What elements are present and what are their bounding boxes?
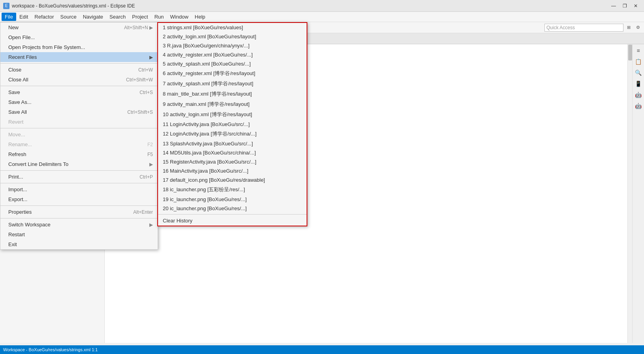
menu-run[interactable]: Run — [151, 13, 167, 21]
menu-close[interactable]: Close Ctrl+W — [0, 65, 158, 75]
menu-save[interactable]: Save Ctrl+S — [0, 87, 158, 97]
recent-file-8[interactable]: 8 main_title_bar.xml [博学谷/res/layout] — [158, 89, 307, 99]
menu-rename-shortcut: F2 — [147, 142, 153, 147]
recent-file-16[interactable]: 16 MainActivity.java [BoXueGu/src/...] — [158, 166, 307, 175]
menu-close-label: Close — [8, 67, 21, 73]
recent-file-12[interactable]: 12 LoginActivity.java [博学谷/src/china/...… — [158, 129, 307, 139]
menu-export[interactable]: Export... — [0, 194, 158, 204]
menu-refactor[interactable]: Refactor — [31, 13, 57, 21]
minimize-button[interactable]: — — [608, 2, 619, 10]
menu-restart[interactable]: Restart — [0, 230, 158, 239]
recent-file-5[interactable]: 5 activity_splash.xml [BoXueGu/res/...] — [158, 59, 307, 68]
menu-edit[interactable]: Edit — [16, 13, 31, 21]
recent-file-2[interactable]: 2 activity_login.xml [BoXueGu/res/layout… — [158, 32, 307, 41]
menu-close-all[interactable]: Close All Ctrl+Shift+W — [0, 75, 158, 85]
menu-restart-label: Restart — [8, 232, 25, 237]
menu-open-projects-label: Open Projects from File System... — [8, 44, 85, 50]
menu-print[interactable]: Print... Ctrl+P — [0, 172, 158, 182]
menu-sep-2 — [0, 86, 158, 86]
menu-help[interactable]: Help — [192, 13, 209, 21]
right-panel-btn-1[interactable]: ≡ — [634, 46, 643, 55]
recent-file-15[interactable]: 15 RegisterActivity.java [BoXueGu/src/..… — [158, 157, 307, 166]
menu-save-all-label: Save All — [8, 109, 27, 115]
menu-exit-label: Exit — [8, 241, 17, 247]
menu-print-shortcut: Ctrl+P — [139, 174, 153, 180]
menu-export-label: Export... — [8, 196, 27, 202]
menu-rename: Rename... F2 — [0, 139, 158, 149]
status-bar: Workspace - BoXueGu/res/values/strings.x… — [0, 345, 644, 354]
clear-history-button[interactable]: Clear History — [158, 216, 307, 226]
recent-file-4[interactable]: 4 activity_register.xml [BoXueGu/res/...… — [158, 50, 307, 59]
menu-save-as-label: Save As... — [8, 99, 32, 105]
recent-file-11[interactable]: 11 LoginActivity.java [BoXueGu/src/...] — [158, 120, 307, 129]
recent-file-3[interactable]: 3 R.java [BoXueGu/gen/china/ynyx/...] — [158, 41, 307, 50]
menu-convert-line[interactable]: Convert Line Delimiters To ▶ — [0, 159, 158, 169]
menu-properties-label: Properties — [8, 209, 32, 215]
menu-refresh[interactable]: Refresh F5 — [0, 149, 158, 159]
menu-sep-7 — [0, 218, 158, 218]
menu-revert-label: Revert — [8, 119, 23, 125]
menu-save-as[interactable]: Save As... — [0, 97, 158, 107]
recent-file-13[interactable]: 13 SplashActivity.java [BoXueGu/src/...] — [158, 139, 307, 148]
menu-sep-6 — [0, 205, 158, 206]
right-panel-btn-5[interactable]: 🤖 — [634, 90, 643, 100]
recent-file-7[interactable]: 7 activity_splash.xml [博学谷/res/layout] — [158, 79, 307, 89]
recent-files-separator — [158, 214, 307, 215]
recent-file-6[interactable]: 6 activity_register.xml [博学谷/res/layout] — [158, 68, 307, 79]
menu-properties[interactable]: Properties Alt+Enter — [0, 207, 158, 217]
menu-open-file[interactable]: Open File... — [0, 32, 158, 42]
right-sidebar: ≡ 📋 🔍 📱 🤖 🤖 — [632, 44, 644, 343]
menu-file[interactable]: File — [2, 13, 16, 21]
menu-navigate[interactable]: Navigate — [80, 13, 106, 21]
quick-access-input[interactable]: Quick Access — [544, 24, 623, 32]
menu-save-shortcut: Ctrl+S — [139, 90, 153, 95]
menu-switch-workspace[interactable]: Switch Workspace ▶ — [0, 220, 158, 230]
menu-new-label: New — [8, 24, 19, 30]
window-controls: — ❐ ✕ — [608, 2, 641, 10]
menu-properties-shortcut: Alt+Enter — [133, 209, 153, 215]
menu-exit[interactable]: Exit — [0, 239, 158, 249]
right-panel-btn-6[interactable]: 🤖 — [634, 101, 643, 111]
menu-search[interactable]: Search — [106, 13, 129, 21]
recent-file-14[interactable]: 14 MD5Utils.java [BoXueGu/src/china/...] — [158, 148, 307, 157]
right-panel-btn-4[interactable]: 📱 — [634, 79, 643, 88]
toolbar-settings-btn[interactable]: ⚙ — [634, 23, 642, 32]
menu-print-label: Print... — [8, 174, 23, 180]
recent-file-1[interactable]: 1 strings.xml [BoXueGu/res/values] — [158, 23, 307, 32]
editor-scrollbar[interactable] — [627, 44, 632, 343]
right-panel-btn-2[interactable]: 📋 — [634, 57, 643, 66]
menu-recent-files[interactable]: Recent Files ▶ — [0, 52, 158, 62]
menu-convert-line-label: Convert Line Delimiters To — [8, 161, 68, 167]
menu-new-shortcut: Alt+Shift+N ▶ — [124, 25, 153, 30]
menu-import[interactable]: Import... — [0, 185, 158, 194]
restore-button[interactable]: ❐ — [620, 2, 630, 10]
menu-bar: File Edit Refactor Source Navigate Searc… — [0, 12, 644, 22]
menu-revert: Revert — [0, 117, 158, 127]
menu-save-label: Save — [8, 89, 20, 95]
recent-file-19[interactable]: 19 ic_launcher.png [BoXueGu/res/...] — [158, 195, 307, 204]
menu-convert-line-arrow: ▶ — [149, 162, 153, 167]
menu-source[interactable]: Source — [57, 13, 80, 21]
file-menu-dropdown: New Alt+Shift+N ▶ Open File... Open Proj… — [0, 22, 158, 250]
status-text: Workspace - BoXueGu/res/values/strings.x… — [3, 347, 98, 352]
app-icon: E — [3, 3, 9, 9]
scroll-thumb[interactable] — [628, 45, 632, 60]
menu-open-file-label: Open File... — [8, 34, 35, 40]
menu-import-label: Import... — [8, 186, 27, 192]
menu-move-label: Move... — [8, 132, 25, 137]
menu-window[interactable]: Window — [167, 13, 192, 21]
menu-new[interactable]: New Alt+Shift+N ▶ — [0, 23, 158, 32]
close-button[interactable]: ✕ — [631, 2, 641, 10]
menu-save-all[interactable]: Save All Ctrl+Shift+S — [0, 107, 158, 117]
menu-project[interactable]: Project — [129, 13, 151, 21]
recent-file-18[interactable]: 18 ic_launcher.png [五彩纷呈/res/...] — [158, 185, 307, 195]
recent-file-20[interactable]: 20 ic_launcher.png [BoXueGu/res/...] — [158, 204, 307, 213]
menu-refresh-shortcut: F5 — [147, 152, 153, 157]
menu-open-projects[interactable]: Open Projects from File System... — [0, 42, 158, 52]
recent-file-10[interactable]: 10 activity_login.xml [博学谷/res/layout] — [158, 109, 307, 120]
toolbar-perspective-switch-btn[interactable]: ⊞ — [624, 23, 633, 32]
recent-file-9[interactable]: 9 activity_main.xml [博学谷/res/layout] — [158, 99, 307, 109]
right-panel-btn-3[interactable]: 🔍 — [634, 68, 643, 77]
recent-file-17[interactable]: 17 default_icon.png [BoXueGu/res/drawabl… — [158, 175, 307, 185]
window-title: workspace - BoXueGu/res/values/strings.x… — [12, 3, 608, 9]
